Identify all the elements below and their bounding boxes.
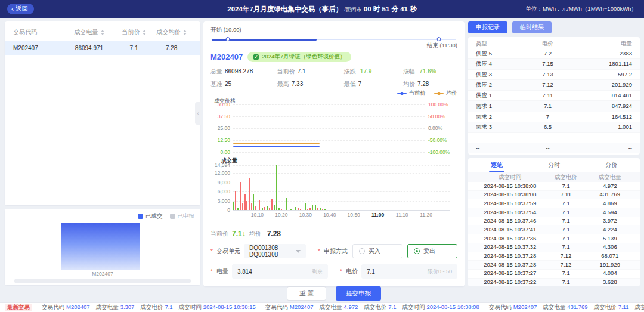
book-cell: 7.12 xyxy=(523,82,573,88)
stat-item: 最高7.33 xyxy=(277,80,344,88)
volume-bar xyxy=(271,199,273,210)
ticker-label: 成交电价 xyxy=(140,304,163,310)
latest-trades-ticker: 最新交易 交易代码M202407成交电量3.307成交电价7.1成交时间2024… xyxy=(0,302,644,312)
col-deal-volume: 成交电量 xyxy=(61,28,117,36)
price-gridline xyxy=(233,116,425,117)
trade-cell: 7.1 xyxy=(546,218,586,224)
back-label: 返回 xyxy=(16,5,28,13)
instrument-detail-panel: 开始 (10:00) 结束 (11:30) M202407 ✓ 2024年7月绿… xyxy=(203,21,465,286)
ticker-code: 交易代码M202407 xyxy=(42,304,90,311)
volume-bar xyxy=(249,178,250,210)
volume-bar xyxy=(259,200,260,210)
book-row[interactable]: 供应 17.11814.481 xyxy=(468,91,640,101)
ticker-groups: 交易代码M202407成交电量3.307成交电价7.1成交时间2024-08-1… xyxy=(42,304,644,311)
collapse-panel-handle[interactable]: ‹ xyxy=(195,102,201,125)
book-row[interactable]: 供应 57.22383 xyxy=(468,49,640,60)
volume-x-tick: 11:10 xyxy=(396,212,408,218)
book-cell: 6.5 xyxy=(523,124,573,131)
book-cell: -- xyxy=(523,135,573,141)
market-table-row[interactable]: M20240786094.9717.17.28 xyxy=(5,41,200,55)
book-row[interactable]: 需求 17.1847.924 xyxy=(468,101,640,112)
book-cell: 7.15 xyxy=(523,61,573,67)
book-row[interactable]: ------ xyxy=(468,133,640,144)
sell-radio[interactable]: 卖出 xyxy=(407,244,457,258)
trade-unit-label: 交易单元 xyxy=(216,247,240,255)
ticker-code: 交易代码M202407 xyxy=(265,304,314,311)
book-cell: 7 xyxy=(523,114,573,121)
book-row[interactable]: 供应 27.12201.929 xyxy=(468,80,640,91)
sort-icon[interactable] xyxy=(143,30,146,35)
trade-cell: 2024-08-15 10:38:08 xyxy=(474,183,546,190)
slider-handle-left[interactable] xyxy=(225,37,230,41)
book-cell: 需求 3 xyxy=(476,124,523,131)
price-input[interactable]: 7.1 限价0 - 50 xyxy=(361,264,457,279)
trade-row: 2024-08-15 10:38:087.14.972 xyxy=(468,182,640,191)
book-cell: -- xyxy=(476,135,523,141)
trade-cell: 2024-08-15 10:37:22 xyxy=(474,279,546,286)
back-button[interactable]: ‹ 返回 xyxy=(7,4,34,14)
right-column: 申报记录 临时结果 类型电价电量 供应 57.22383供应 47.151801… xyxy=(468,21,640,286)
ticker-value: 7.1 xyxy=(165,304,172,310)
reset-button[interactable]: 重 置 xyxy=(287,286,326,301)
trade-cell: 5.139 xyxy=(586,236,634,242)
slider-handle-right[interactable] xyxy=(437,37,441,41)
trade-unit-select[interactable]: DQ001308 DQ001308 xyxy=(244,244,306,258)
legend-declared[interactable]: 已申报 xyxy=(170,212,195,220)
book-cell: 供应 2 xyxy=(476,82,523,88)
tab-1[interactable]: 分时 xyxy=(525,158,583,172)
trading-app: ‹ 返回 2024年7月月度绿电集中交易（事后） /距闭市 00 时 51 分 … xyxy=(0,0,644,312)
stat-label: 当前价 xyxy=(277,68,295,75)
book-row[interactable]: ------ xyxy=(468,143,640,153)
price-axis-label-right: 100.00% xyxy=(428,101,448,107)
trade-row: 2024-08-15 10:37:287.1268.071 xyxy=(468,252,640,261)
price-series-line-avg xyxy=(233,143,320,144)
col-current-price: 当前价 xyxy=(117,28,151,36)
book-cell: -- xyxy=(476,145,523,152)
chart-zoom-scrollbar[interactable] xyxy=(14,279,191,283)
volume-bar xyxy=(312,205,313,210)
ticker-value: 7.11 xyxy=(618,304,629,310)
sort-icon[interactable] xyxy=(101,30,104,35)
book-row[interactable]: 供应 37.13597.2 xyxy=(468,70,640,81)
book-row[interactable]: 需求 36.51.001 xyxy=(468,122,640,133)
buy-radio[interactable]: 买入 xyxy=(352,244,402,258)
session-time-slider[interactable] xyxy=(212,37,456,41)
legend-avg-price[interactable]: 均价 xyxy=(434,89,457,97)
legend-current-price[interactable]: 当前价 xyxy=(397,89,426,97)
book-row[interactable]: 需求 27164.512 xyxy=(468,112,640,123)
qty-input[interactable]: 3.814 剩余 xyxy=(232,264,328,279)
book-cell: 需求 1 xyxy=(476,103,523,110)
price-axis-label-left: 50.00 xyxy=(218,101,230,107)
trade-cell: 2024-08-15 10:38:08 xyxy=(474,191,546,198)
trade-cell: 7.1 xyxy=(546,236,586,242)
legend-declared-swatch xyxy=(170,214,175,219)
right-buttons: 申报记录 临时结果 xyxy=(468,21,640,33)
tab-0[interactable]: 逐笔 xyxy=(468,158,525,172)
volume-bar xyxy=(286,198,287,210)
volume-x-tick: 10:40 xyxy=(323,212,336,218)
ticker-label: 交易代码 xyxy=(42,304,64,310)
sort-icon[interactable] xyxy=(183,30,187,35)
tab-2[interactable]: 分价 xyxy=(583,158,640,172)
book-cell: 7.11 xyxy=(523,92,573,99)
declare-records-button[interactable]: 申报记录 xyxy=(468,21,507,33)
stat-value: -71.6% xyxy=(417,68,436,75)
trade-row: 2024-08-15 10:37:367.15.139 xyxy=(468,234,640,243)
submit-declare-button[interactable]: 提交申报 xyxy=(336,286,381,301)
book-row[interactable]: 供应 47.151801.114 xyxy=(468,59,640,70)
current-price-label: 当前价 xyxy=(210,230,228,238)
volume-bar xyxy=(240,182,241,210)
legend-done[interactable]: 已成交 xyxy=(138,212,163,220)
latest-trade-badge: 最新交易 xyxy=(5,304,32,311)
volume-bar xyxy=(264,207,265,210)
temp-results-button[interactable]: 临时结果 xyxy=(512,21,552,33)
book-cell: 201.929 xyxy=(572,82,632,88)
book-header-cell: 电价 xyxy=(523,41,573,47)
trades-header-cell: 成交时间 xyxy=(474,174,546,181)
price-axis-label-right: -50.00% xyxy=(428,137,447,143)
stat-value: 7.33 xyxy=(292,81,303,87)
trade-cell: 4.869 xyxy=(586,200,634,207)
form-buttons: 重 置 提交申报 xyxy=(210,286,457,301)
volume-x-tick: 11:00 xyxy=(371,212,384,218)
ticker-time: 成交时间2024-08-15 10:38:15 xyxy=(179,304,256,311)
